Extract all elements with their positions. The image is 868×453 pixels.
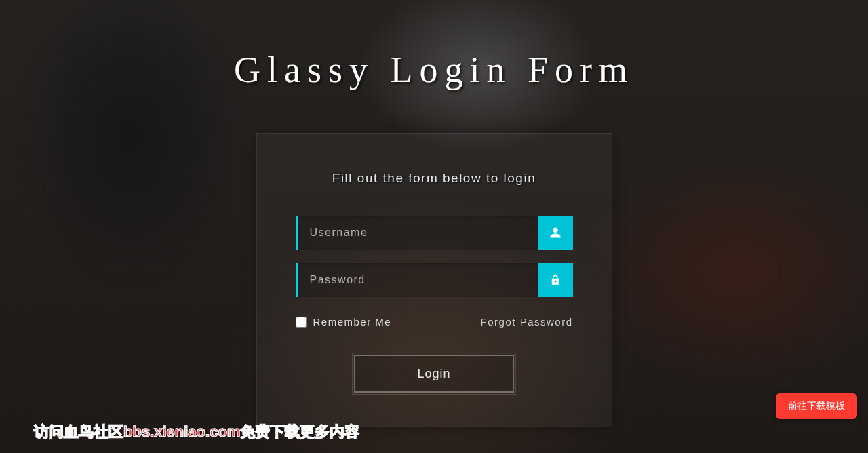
user-icon	[538, 216, 573, 250]
password-group	[296, 263, 573, 297]
username-input[interactable]	[296, 216, 538, 250]
form-subtitle: Fill out the form below to login	[296, 171, 573, 186]
watermark-text: 访问血鸟社区bbs.xieniao.com免费下载更多内容	[34, 422, 359, 442]
page-title: Glassy Login Form	[0, 0, 868, 91]
password-input[interactable]	[296, 263, 538, 297]
username-group	[296, 216, 573, 250]
remember-me-wrap: Remember Me	[296, 316, 392, 328]
login-button[interactable]: Login	[354, 355, 514, 393]
login-form-panel: Fill out the form below to login Remembe…	[256, 133, 612, 427]
remember-label: Remember Me	[313, 316, 392, 328]
remember-checkbox[interactable]	[296, 317, 307, 328]
forgot-password-link[interactable]: Forgot Password	[481, 316, 573, 328]
download-template-button[interactable]: 前往下载模板	[776, 393, 857, 419]
form-options-row: Remember Me Forgot Password	[296, 316, 573, 328]
lock-icon	[538, 263, 573, 297]
